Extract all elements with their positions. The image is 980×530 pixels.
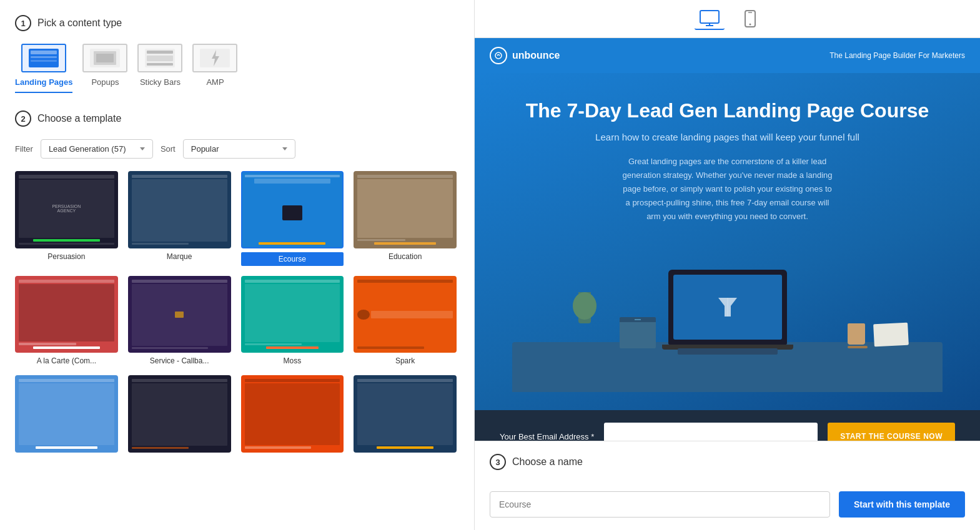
- keyboard-mock: [678, 348, 778, 355]
- step3-circle: 3: [490, 454, 506, 470]
- template-thumb-row3d: [354, 375, 457, 453]
- step2-title: Choose a template: [37, 113, 121, 124]
- template-name-alacarte: A la Carte (Com...: [15, 356, 118, 365]
- coffee-mock: [848, 323, 865, 348]
- amp-label: AMP: [206, 77, 224, 87]
- step1-title: Pick a content type: [37, 17, 122, 29]
- template-card-alacarte[interactable]: A la Carte (Com...: [15, 276, 118, 366]
- template-card-row3a[interactable]: [15, 375, 118, 456]
- template-card-spark[interactable]: Spark: [354, 276, 457, 366]
- content-type-popups[interactable]: Popups: [82, 44, 127, 93]
- start-template-button[interactable]: Start with this template: [839, 491, 965, 518]
- template-thumb-row3b: [128, 375, 231, 453]
- popups-icon: [82, 44, 127, 72]
- preview-nav-tagline: The Landing Page Builder For Marketers: [829, 51, 965, 60]
- preview-hero: The 7-Day Lead Gen Landing Page Course L…: [475, 73, 980, 410]
- sort-label: Sort: [161, 144, 176, 154]
- template-name-moss: Moss: [241, 356, 344, 365]
- template-thumb-row3a: [15, 375, 118, 453]
- template-card-marque[interactable]: Marque: [128, 171, 231, 266]
- template-thumb-alacarte: [15, 276, 118, 353]
- sticky-bars-icon: [137, 44, 182, 72]
- step3-section: 3 Choose a name Start with this template: [475, 441, 980, 530]
- left-panel: 1 Pick a content type Landing Pages: [0, 0, 475, 530]
- template-thumb-row3c: [241, 375, 344, 453]
- content-type-row: Landing Pages Popups Sticky Bars: [15, 44, 459, 93]
- template-name-education: Education: [354, 252, 457, 261]
- preview-hero-title: The 7-Day Lead Gen Landing Page Course: [512, 98, 943, 124]
- template-card-education[interactable]: Education: [354, 171, 457, 266]
- template-card-service[interactable]: Service - Callba...: [128, 276, 231, 366]
- content-type-sticky-bars[interactable]: Sticky Bars: [137, 44, 182, 93]
- template-card-row3c[interactable]: [241, 375, 344, 456]
- template-thumb-education: [354, 171, 457, 248]
- step2-circle: 2: [15, 110, 31, 127]
- unbounce-logo-circle: [490, 47, 507, 64]
- template-name-input[interactable]: [490, 491, 830, 518]
- svg-marker-0: [212, 50, 219, 66]
- preview-page: unbounce The Landing Page Builder For Ma…: [475, 38, 980, 441]
- amp-icon: [192, 44, 237, 72]
- svg-rect-1: [700, 11, 719, 23]
- svg-point-8: [495, 52, 502, 59]
- mobile-icon: [745, 10, 756, 27]
- laptop-mock: [668, 270, 787, 350]
- step3-title: Choose a name: [512, 456, 583, 468]
- template-thumb-spark: [354, 276, 457, 353]
- right-panel: unbounce The Landing Page Builder For Ma…: [475, 0, 980, 530]
- preview-area: unbounce The Landing Page Builder For Ma…: [475, 38, 980, 441]
- template-card-row3d[interactable]: [354, 375, 457, 456]
- sort-chevron-icon: [282, 147, 287, 150]
- svg-point-6: [749, 24, 751, 26]
- sort-dropdown[interactable]: Popular: [183, 139, 295, 159]
- filter-sort-row: Filter Lead Generation (57) Sort Popular: [15, 139, 459, 159]
- preview-logo-text: unbounce: [512, 50, 560, 61]
- template-name-persuasion: Persuasion: [15, 252, 118, 261]
- sort-value: Popular: [191, 144, 277, 154]
- filter-dropdown[interactable]: Lead Generation (57): [41, 139, 153, 159]
- device-toggle-bar: [475, 0, 980, 38]
- content-type-landing-pages[interactable]: Landing Pages: [15, 44, 72, 93]
- funnel-icon: [715, 295, 740, 320]
- template-name-service: Service - Callba...: [128, 356, 231, 365]
- desktop-device-btn[interactable]: [695, 7, 725, 30]
- box-mock: [620, 317, 656, 348]
- preview-hero-subtitle: Learn how to create landing pages that w…: [512, 132, 943, 142]
- template-name-spark: Spark: [354, 356, 457, 365]
- landing-pages-icon: [21, 44, 66, 72]
- template-name-ecourse: Ecourse: [241, 252, 344, 266]
- template-grid-container: PERSUASIONAGENCY Persuasion Marque: [15, 171, 459, 530]
- name-input-wrap: [490, 491, 830, 518]
- landing-pages-label: Landing Pages: [15, 77, 72, 87]
- preview-hero-body: Great landing pages are the cornerstone …: [621, 155, 834, 223]
- template-thumb-persuasion: PERSUASIONAGENCY: [15, 171, 118, 248]
- preview-cta-label: Your Best Email Address *: [500, 432, 594, 441]
- papers-mock: [874, 323, 908, 348]
- preview-cta-section: Your Best Email Address * START THE COUR…: [475, 410, 980, 441]
- filter-value: Lead Generation (57): [49, 144, 135, 154]
- content-type-amp[interactable]: AMP: [192, 44, 237, 93]
- step2-header: 2 Choose a template: [15, 110, 459, 127]
- preview-nav: unbounce The Landing Page Builder For Ma…: [475, 38, 980, 73]
- filter-label: Filter: [15, 144, 33, 154]
- template-card-moss[interactable]: Moss: [241, 276, 344, 366]
- step3-header: 3 Choose a name: [490, 454, 965, 470]
- template-name-marque: Marque: [128, 252, 231, 261]
- preview-logo: unbounce: [490, 47, 560, 64]
- preview-cta-input[interactable]: [604, 423, 818, 441]
- preview-hero-image: [512, 242, 943, 392]
- template-card-ecourse[interactable]: Ecourse: [241, 171, 344, 266]
- unbounce-logo-icon: [494, 51, 503, 60]
- template-thumb-service: [128, 276, 231, 353]
- step1-header: 1 Pick a content type: [15, 15, 459, 31]
- template-grid: PERSUASIONAGENCY Persuasion Marque: [15, 171, 457, 469]
- template-card-persuasion[interactable]: PERSUASIONAGENCY Persuasion: [15, 171, 118, 266]
- mobile-device-btn[interactable]: [740, 7, 761, 30]
- preview-cta-button[interactable]: START THE COURSE NOW: [828, 423, 955, 441]
- name-input-row: Start with this template: [490, 491, 965, 518]
- desk-illustration: [512, 242, 943, 392]
- filter-chevron-icon: [140, 147, 145, 150]
- template-thumb-moss: [241, 276, 344, 353]
- popups-label: Popups: [91, 77, 119, 87]
- template-card-row3b[interactable]: [128, 375, 231, 456]
